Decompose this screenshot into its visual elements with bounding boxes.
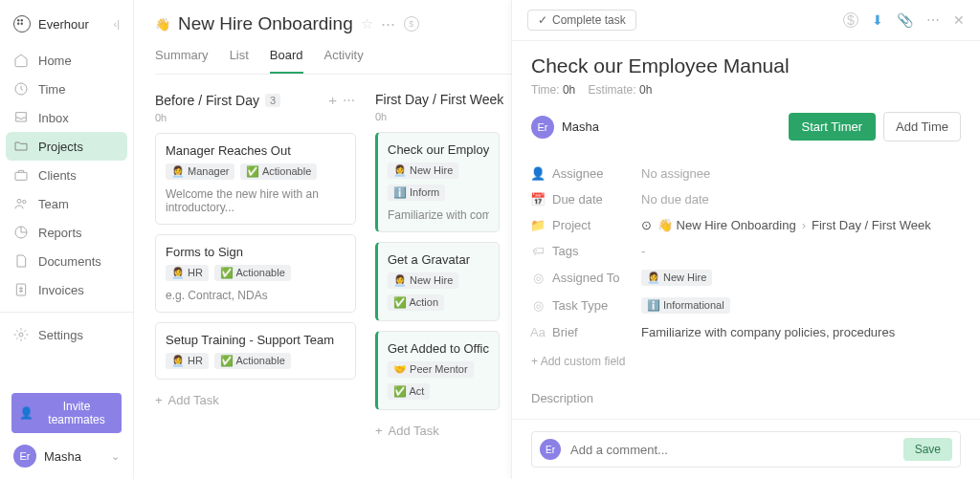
card-tags: 🤝 Peer Mentor✅ Act <box>388 361 489 400</box>
field-assignee[interactable]: 👤AssigneeNo assignee <box>531 161 961 186</box>
nav-invoices[interactable]: Invoices <box>0 275 133 304</box>
tag: 👩‍💼 HR <box>166 353 209 369</box>
breadcrumb-separator-icon: › <box>802 218 806 232</box>
task-title[interactable]: Check our Employee Manual <box>531 54 961 77</box>
estimate-label: Estimate: <box>589 83 636 97</box>
project-more-icon[interactable]: ⋯ <box>381 15 396 33</box>
card-desc: Welcome the new hire with an introductor… <box>166 187 345 214</box>
timer-row: Er Masha Start Timer Add Time <box>531 112 961 142</box>
board-card[interactable]: Setup Training - Support Team 👩‍💼 HR✅ Ac… <box>155 322 356 380</box>
column-add-icon[interactable]: + <box>328 92 337 108</box>
tab-summary[interactable]: Summary <box>155 48 209 74</box>
tab-activity[interactable]: Activity <box>324 48 364 74</box>
field-project[interactable]: 📁Project ⊙👋 New Hire Onboarding›First Da… <box>531 212 961 238</box>
tag: ✅ Actionable <box>214 353 291 369</box>
column-time: 0h <box>155 112 356 123</box>
add-task-label: Add Task <box>168 393 219 407</box>
board-card[interactable]: Get a Gravatar 👩‍💼 New Hire✅ Action <box>375 242 500 321</box>
tag: ✅ Actionable <box>240 163 317 180</box>
add-time-button[interactable]: Add Time <box>883 112 961 142</box>
currency-icon[interactable]: $ <box>843 12 858 28</box>
tab-list[interactable]: List <box>230 48 249 74</box>
column-more-icon[interactable]: ⋯ <box>343 93 356 107</box>
field-tags[interactable]: 🏷Tags- <box>531 238 961 264</box>
user-plus-icon: 👤 <box>19 406 33 420</box>
add-custom-field-button[interactable]: + Add custom field <box>531 355 961 368</box>
board-column: Before / First Day 3 + ⋯ 0h Manager Reac… <box>155 92 356 438</box>
nav-list-2: Settings <box>0 320 133 349</box>
column-header: First Day / First Week <box>375 92 500 107</box>
star-icon[interactable]: ☆ <box>361 15 373 33</box>
field-due-date[interactable]: 📅Due dateNo due date <box>531 186 961 212</box>
chart-icon <box>13 225 29 240</box>
svg-point-2 <box>17 199 21 203</box>
start-timer-button[interactable]: Start Timer <box>789 113 877 141</box>
collapse-sidebar-icon[interactable]: ‹| <box>113 18 120 30</box>
nav-list: Home Time Inbox Projects Clients Team Re… <box>0 46 133 304</box>
field-task-type[interactable]: ◎Task Typeℹ️ Informational <box>531 292 961 319</box>
board-card[interactable]: Manager Reaches Out 👩‍💼 Manager✅ Actiona… <box>155 133 356 225</box>
field-label-text: Brief <box>552 325 578 339</box>
tab-board[interactable]: Board <box>270 48 303 74</box>
field-assigned-to[interactable]: ◎Assigned To👩‍💼 New Hire <box>531 264 961 292</box>
project-breadcrumb: ⊙👋 New Hire Onboarding›First Day / First… <box>641 218 931 232</box>
nav-team[interactable]: Team <box>0 189 133 218</box>
attachment-icon[interactable]: 📎 <box>897 12 913 28</box>
field-label-text: Due date <box>552 192 603 207</box>
sidebar: Everhour ‹| Home Time Inbox Projects Cli… <box>0 0 134 479</box>
card-title: Get a Gravatar <box>388 252 489 267</box>
add-task-button[interactable]: +Add Task <box>375 424 500 438</box>
project-emoji: 👋 <box>155 17 170 32</box>
tag: 👩‍💼 HR <box>166 265 209 281</box>
plus-icon: + <box>155 393 163 407</box>
nav-inbox[interactable]: Inbox <box>0 103 133 132</box>
card-desc: e.g. Contract, NDAs <box>166 289 345 302</box>
nav-time[interactable]: Time <box>0 75 133 103</box>
nav-reports[interactable]: Reports <box>0 218 133 247</box>
inbox-icon <box>13 110 29 125</box>
column-title: Before / First Day <box>155 93 259 108</box>
panel-user-name: Masha <box>562 120 599 134</box>
save-comment-button[interactable]: Save <box>903 438 952 461</box>
download-icon[interactable]: ⬇ <box>872 12 883 28</box>
panel-body: Check our Employee Manual Time: 0h Estim… <box>512 41 980 419</box>
nav-inbox-label: Inbox <box>38 111 69 125</box>
field-value-tag: 👩‍💼 New Hire <box>641 270 712 286</box>
field-label-text: Task Type <box>552 298 608 313</box>
nav-clients[interactable]: Clients <box>0 161 133 189</box>
time-summary: Time: 0h Estimate: 0h <box>531 83 961 97</box>
project-title: New Hire Onboarding <box>178 13 353 34</box>
brand-logo-icon <box>13 15 31 33</box>
current-user-menu[interactable]: Er Masha ⌄ <box>11 433 122 471</box>
nav-time-label: Time <box>38 82 65 97</box>
more-icon[interactable]: ⋯ <box>926 12 940 28</box>
close-icon[interactable]: ✕ <box>953 12 965 28</box>
field-label-text: Assignee <box>552 166 603 181</box>
board-card[interactable]: Get Added to Office G 🤝 Peer Mentor✅ Act <box>375 331 500 410</box>
nav-documents[interactable]: Documents <box>0 247 133 275</box>
card-title: Setup Training - Support Team <box>166 333 345 347</box>
complete-task-button[interactable]: ✓Complete task <box>527 10 636 31</box>
field-brief[interactable]: AaBriefFamiliarize with company policies… <box>531 319 961 345</box>
nav-settings-label: Settings <box>38 328 83 342</box>
nav-settings[interactable]: Settings <box>0 320 133 349</box>
home-icon <box>13 53 29 68</box>
currency-icon[interactable]: $ <box>404 16 419 32</box>
board-card[interactable]: Forms to Sign 👩‍💼 HR✅ Actionable e.g. Co… <box>155 234 356 313</box>
brand-row[interactable]: Everhour ‹| <box>0 11 133 46</box>
nav-projects[interactable]: Projects <box>6 132 127 161</box>
breadcrumb-item[interactable]: First Day / First Week <box>812 218 931 232</box>
board-card[interactable]: Check our Employee M 👩‍💼 New Hireℹ️ Info… <box>375 132 500 232</box>
add-task-button[interactable]: +Add Task <box>155 393 356 407</box>
comment-input[interactable] <box>570 443 894 457</box>
nav-invoices-label: Invoices <box>38 283 84 297</box>
field-value-tag: ℹ️ Informational <box>641 297 730 314</box>
time-label: Time: <box>531 83 560 97</box>
column-title: First Day / First Week <box>375 92 503 107</box>
nav-projects-label: Projects <box>38 140 83 154</box>
svg-point-6 <box>19 333 23 337</box>
breadcrumb-item[interactable]: 👋 New Hire Onboarding <box>657 218 796 232</box>
nav-home[interactable]: Home <box>0 46 133 75</box>
tag: 👩‍💼 New Hire <box>388 163 458 179</box>
invite-teammates-button[interactable]: 👤Invite teammates <box>11 393 122 433</box>
